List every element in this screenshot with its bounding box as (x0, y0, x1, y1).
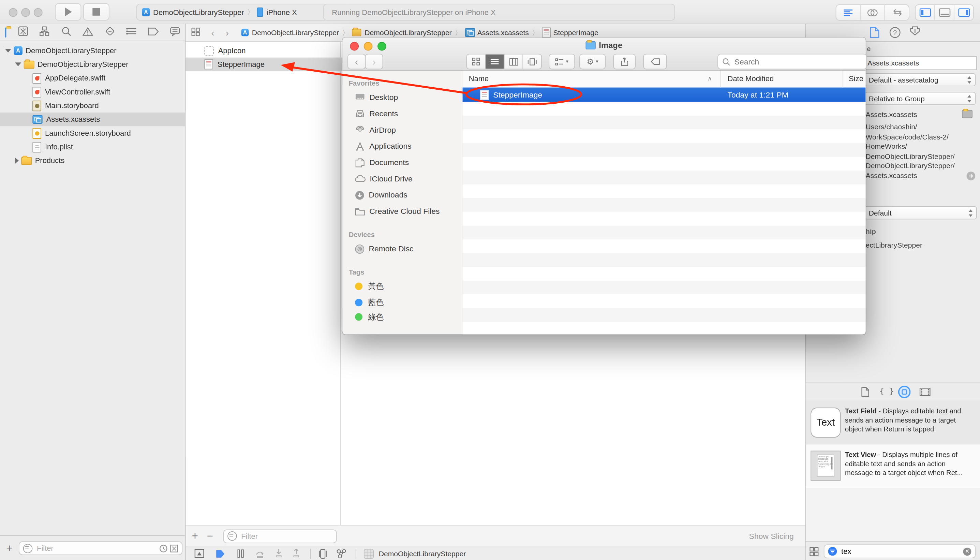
window-zoom-button[interactable] (34, 8, 43, 17)
finder-titlebar[interactable]: Image ‹ › ▾ ⚙▾ (342, 38, 865, 71)
version-editor-button[interactable] (885, 5, 909, 20)
back-button[interactable]: ‹ (211, 27, 215, 38)
sidebar-tag-green[interactable]: 綠色 (342, 311, 462, 323)
column-date-modified[interactable]: Date Modified (728, 74, 774, 83)
sidebar-tag-yellow[interactable]: 黃色 (342, 278, 462, 295)
sidebar-item-creative-cloud[interactable]: Creative Cloud Files (342, 203, 462, 220)
toggle-inspector-button[interactable] (954, 5, 973, 20)
forward-button[interactable]: › (226, 27, 229, 38)
tree-row-group[interactable]: DemoObjectLibraryStepper (0, 58, 200, 71)
recent-files-clock-icon[interactable] (159, 544, 167, 552)
assistant-editor-button[interactable] (861, 5, 885, 20)
window-minimize-button[interactable] (21, 8, 30, 17)
scheme-selector[interactable]: A DemoObjectLibraryStepper 〉 iPhone X (136, 4, 328, 20)
quick-help-tab-icon[interactable]: ? (889, 27, 900, 38)
step-into-icon[interactable] (275, 549, 282, 558)
symbol-navigator-tab[interactable] (39, 26, 49, 38)
gray-folder-icon[interactable] (962, 110, 972, 118)
report-navigator-tab[interactable] (126, 27, 136, 37)
breadcrumb-assets[interactable]: Assets.xcassets (478, 28, 529, 36)
finder-search-field[interactable] (717, 54, 867, 70)
sidebar-item-icloud[interactable]: iCloud Drive (342, 170, 462, 187)
tags-button[interactable] (643, 54, 667, 70)
file-type-popup[interactable]: Default - assetcatalog (864, 73, 975, 86)
list-view-button[interactable] (486, 54, 504, 68)
sidebar-tag-blue[interactable]: 藍色 (342, 294, 462, 311)
object-library-icon[interactable] (898, 386, 911, 398)
run-button[interactable] (55, 3, 81, 20)
view-debugger-icon[interactable] (318, 548, 327, 558)
attributes-tab-icon[interactable] (910, 26, 920, 38)
asset-row-stepperimage-selected[interactable]: StepperImage (185, 58, 359, 71)
toggle-debug-area-icon[interactable] (195, 549, 204, 558)
stop-button[interactable] (83, 3, 110, 20)
tree-row-products[interactable]: Products (0, 154, 200, 167)
clear-search-icon[interactable]: ✕ (963, 547, 972, 555)
breadcrumb-imageset[interactable]: StepperImage (553, 28, 598, 36)
asset-filter-input[interactable] (240, 531, 333, 541)
standard-editor-button[interactable] (836, 5, 860, 20)
file-inspector-tab-icon[interactable] (870, 27, 879, 38)
remove-asset-button[interactable]: − (207, 531, 213, 541)
action-popup-button[interactable]: ⚙▾ (579, 54, 606, 70)
step-out-icon[interactable] (293, 549, 300, 558)
pause-icon[interactable] (238, 550, 244, 558)
project-navigator-tab[interactable] (5, 28, 7, 37)
column-view-button[interactable] (504, 54, 523, 68)
source-control-status-icon[interactable] (170, 544, 178, 552)
file-row-stepperimage[interactable]: StepperImage Today at 1:21 PM (463, 88, 865, 102)
sidebar-item-airdrop[interactable]: AirDrop (342, 122, 462, 138)
finder-forward-button[interactable]: › (365, 54, 383, 70)
navigator-filter-field[interactable] (19, 541, 183, 555)
library-grid-view-icon[interactable] (810, 547, 819, 556)
show-slicing-button[interactable]: Show Slicing (749, 532, 794, 540)
window-close-button[interactable] (9, 8, 18, 17)
breadcrumb-group[interactable]: DemoObjectLibraryStepper (364, 28, 451, 36)
library-entry-text-view[interactable]: Lorem ips conseuati aunc vital Nunc venj… (806, 444, 980, 489)
coverflow-view-button[interactable] (523, 54, 541, 68)
breakpoints-toggle-icon[interactable] (216, 549, 225, 558)
disclosure-icon[interactable] (15, 158, 19, 164)
share-button[interactable] (613, 54, 636, 70)
tree-row-project[interactable]: A DemoObjectLibraryStepper (0, 44, 190, 57)
disclosure-icon[interactable] (15, 62, 21, 66)
finder-window[interactable]: Image ‹ › ▾ ⚙▾ (342, 38, 865, 335)
step-over-icon[interactable] (255, 549, 265, 558)
memory-graph-icon[interactable] (336, 548, 347, 558)
toggle-debug-area-button[interactable] (935, 5, 954, 20)
related-items-icon[interactable] (191, 28, 200, 38)
sidebar-item-downloads[interactable]: Downloads (342, 187, 462, 203)
navigator-filter-input[interactable] (35, 543, 159, 553)
toggle-navigator-button[interactable] (915, 5, 935, 20)
debug-navigator-tab[interactable] (170, 27, 180, 38)
file-name-field[interactable]: Assets.xcassets (864, 56, 977, 70)
breadcrumb-project[interactable]: DemoObjectLibraryStepper (252, 28, 339, 36)
breakpoint-navigator-tab[interactable] (148, 27, 158, 37)
sidebar-item-recents[interactable]: Recents (342, 106, 462, 122)
process-name[interactable]: DemoObjectLibraryStepper (379, 550, 466, 557)
library-search-input[interactable] (840, 547, 963, 556)
target-membership-row-fragment[interactable]: ectLibraryStepper (866, 242, 922, 249)
sidebar-item-applications[interactable]: Applications (342, 138, 462, 155)
test-navigator-tab[interactable] (105, 26, 115, 38)
location-popup[interactable]: Relative to Group (864, 92, 975, 105)
asset-filter-field[interactable] (223, 529, 337, 543)
sidebar-item-desktop[interactable]: Desktop (342, 89, 462, 106)
column-name[interactable]: Name (469, 74, 489, 83)
sidebar-item-documents[interactable]: Documents (342, 155, 462, 171)
column-size[interactable]: Size (849, 74, 864, 83)
asset-list-divider[interactable] (340, 41, 341, 525)
finder-back-button[interactable]: ‹ (348, 54, 366, 70)
library-search-field[interactable]: ✕ (824, 544, 975, 558)
text-settings-popup[interactable]: Default (864, 206, 977, 219)
library-entry-text-field[interactable]: Text Text Field - Displays editable text… (806, 401, 980, 445)
icon-view-button[interactable] (467, 54, 486, 68)
finder-search-input[interactable] (733, 57, 855, 67)
arrange-popup-button[interactable]: ▾ (549, 54, 575, 70)
sidebar-item-remote-disc[interactable]: Remote Disc (342, 241, 462, 257)
media-library-icon[interactable] (919, 387, 930, 396)
add-asset-button[interactable]: + (192, 531, 198, 541)
source-control-navigator-tab[interactable] (18, 26, 28, 38)
disclosure-icon[interactable] (5, 49, 11, 53)
asset-row-appicon[interactable]: AppIcon (185, 44, 359, 57)
